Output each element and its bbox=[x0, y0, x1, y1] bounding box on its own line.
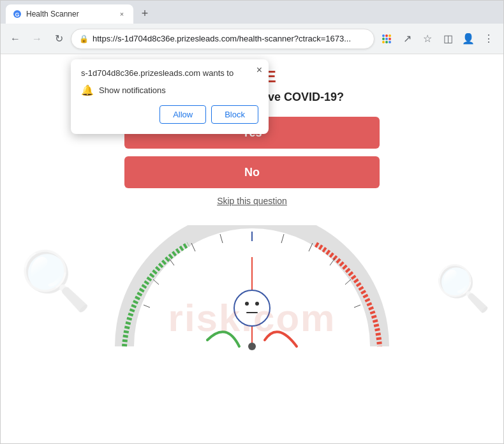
svg-point-25 bbox=[234, 290, 270, 326]
google-icon[interactable] bbox=[377, 29, 396, 48]
allow-button[interactable]: Allow bbox=[159, 105, 206, 124]
popup-notification-text: Show notifications bbox=[99, 85, 166, 95]
forward-button[interactable]: → bbox=[27, 29, 47, 48]
toolbar-icons: ↗ ☆ ◫ 👤 ⋮ bbox=[377, 29, 498, 48]
block-button[interactable]: Block bbox=[211, 105, 258, 124]
svg-point-10 bbox=[389, 41, 391, 43]
svg-point-24 bbox=[248, 343, 256, 350]
svg-line-19 bbox=[309, 243, 313, 251]
svg-point-26 bbox=[245, 302, 249, 306]
account-button[interactable]: 👤 bbox=[459, 29, 478, 48]
page-area: s-1d704d8c36e.prizesleads.com wants to ×… bbox=[1, 54, 503, 443]
new-tab-button[interactable]: + bbox=[136, 4, 154, 22]
gauge-container: risk.com bbox=[93, 225, 411, 353]
back-button[interactable]: ← bbox=[6, 29, 25, 48]
active-tab[interactable]: G Health Scanner × bbox=[6, 4, 133, 24]
bell-icon: 🔔 bbox=[81, 84, 94, 96]
menu-button[interactable]: ⋮ bbox=[479, 29, 498, 48]
popup-notification-row: 🔔 Show notifications bbox=[81, 84, 258, 96]
notification-popup: s-1d704d8c36e.prizesleads.com wants to ×… bbox=[71, 59, 269, 134]
svg-line-22 bbox=[354, 305, 360, 307]
bookmark-button[interactable]: ☆ bbox=[418, 29, 437, 48]
popup-buttons: Allow Block bbox=[81, 105, 258, 124]
svg-line-13 bbox=[220, 234, 223, 243]
svg-point-7 bbox=[389, 38, 391, 40]
gauge-svg bbox=[93, 225, 411, 353]
svg-line-16 bbox=[153, 279, 159, 285]
svg-point-5 bbox=[382, 38, 385, 40]
watermark-magnifier-right: 🔍 bbox=[435, 262, 491, 314]
toolbar: ← → ↻ 🔒 https://s-1d704d8c36e.prizeslead… bbox=[1, 24, 503, 54]
no-button[interactable]: No bbox=[124, 156, 380, 188]
svg-point-2 bbox=[382, 34, 385, 37]
refresh-button[interactable]: ↻ bbox=[49, 29, 68, 48]
svg-point-8 bbox=[382, 41, 385, 43]
svg-text:G: G bbox=[15, 11, 20, 18]
browser-frame: G Health Scanner × + ← → ↻ 🔒 https://s-1… bbox=[0, 0, 504, 444]
tab-bar: G Health Scanner × + bbox=[1, 1, 503, 24]
svg-line-21 bbox=[345, 279, 351, 285]
svg-line-17 bbox=[144, 305, 150, 307]
svg-line-18 bbox=[281, 234, 284, 243]
svg-point-3 bbox=[385, 34, 388, 37]
svg-point-9 bbox=[385, 41, 388, 43]
address-text: https://s-1d704d8c36e.prizesleads.com/he… bbox=[93, 34, 366, 43]
skip-link[interactable]: Skip this question bbox=[217, 196, 287, 206]
lock-icon: 🔒 bbox=[79, 34, 89, 43]
tab-favicon: G bbox=[12, 9, 22, 19]
tab-title: Health Scanner bbox=[26, 10, 79, 18]
popup-close-button[interactable]: × bbox=[256, 64, 262, 76]
share-button[interactable]: ↗ bbox=[397, 29, 417, 48]
svg-point-4 bbox=[389, 34, 391, 37]
popup-title: s-1d704d8c36e.prizesleads.com wants to bbox=[81, 68, 258, 78]
extension-button[interactable]: ◫ bbox=[438, 29, 457, 48]
watermark-magnifier-left: 🔍 bbox=[20, 248, 91, 314]
svg-point-6 bbox=[385, 38, 388, 40]
tab-close-btn[interactable]: × bbox=[117, 9, 127, 19]
address-bar[interactable]: 🔒 https://s-1d704d8c36e.prizesleads.com/… bbox=[71, 29, 374, 49]
svg-point-27 bbox=[255, 302, 259, 306]
svg-line-14 bbox=[191, 243, 195, 251]
